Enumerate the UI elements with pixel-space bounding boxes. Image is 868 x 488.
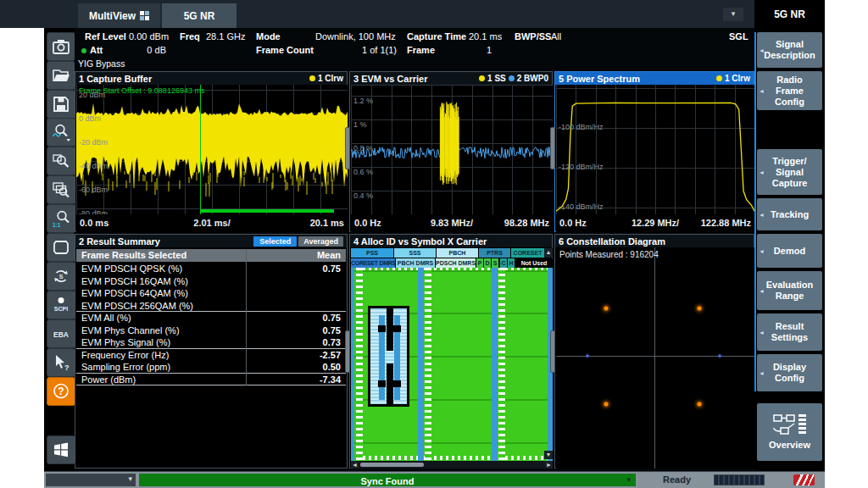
legend-c: C: [500, 258, 507, 268]
panel-header-capture-buffer[interactable]: 1 Capture Buffer 1 Clrw: [75, 72, 347, 85]
softkey-evaluation-range[interactable]: ◄Evaluation Range: [757, 271, 822, 310]
att-value[interactable]: 0 dB: [132, 45, 166, 55]
zoom-trace-icon: [51, 122, 71, 142]
att-label: Att: [90, 45, 103, 55]
scroll-down-button[interactable]: ▼: [544, 451, 553, 459]
softkey-demod[interactable]: ◄Demod: [757, 234, 822, 268]
table-column-divider: [246, 249, 247, 385]
tab-multiview[interactable]: MultiView: [78, 3, 160, 28]
window-splitter-handle[interactable]: [345, 127, 350, 169]
window-splitter-handle[interactable]: [550, 330, 555, 373]
softkey-trigger-signal-capture[interactable]: ◄Trigger/ Signal Capture: [757, 149, 822, 195]
scpi-recorder-button[interactable]: SCPI: [47, 291, 75, 319]
panel-evm-vs-carrier: 3 EVM vs Carrier 1 SS 2 BWP0 1.2 % 1 % 0…: [349, 71, 553, 232]
coreset-column: [418, 268, 424, 461]
frame-range-bar: [200, 209, 334, 213]
scroll-left-button[interactable]: ◄: [351, 461, 359, 469]
frame-value[interactable]: 1: [476, 45, 492, 55]
panel-header-power-spectrum[interactable]: 5 Power Spectrum 1 Clrw: [555, 72, 754, 85]
softkey-tracking[interactable]: ◄Tracking: [757, 198, 822, 230]
tab-selected[interactable]: Selected: [253, 236, 297, 247]
eba-icon: EBA: [51, 324, 71, 344]
panel-constellation: 6 Constellation Diagram Points Measured …: [554, 234, 754, 469]
capture-time-value[interactable]: 20.1 ms: [469, 31, 502, 42]
y-tick: 1.2 %: [353, 97, 373, 105]
multiple-zoom-button[interactable]: [47, 175, 75, 204]
softkey-result-settings[interactable]: ◄Result Settings: [757, 313, 822, 351]
windows-button[interactable]: [47, 435, 75, 464]
softkey-overview[interactable]: Overview: [757, 403, 822, 461]
panel-title: 6 Constellation Diagram: [559, 236, 665, 247]
tab-5gnr-label: 5G NR: [184, 10, 215, 22]
screenshot-button[interactable]: [47, 32, 75, 61]
constellation-point: [697, 402, 701, 406]
softkey-display-config[interactable]: ◄Display Config: [757, 354, 822, 391]
table-row: EVM PDSCH 256QAM (%): [76, 300, 346, 313]
grid-line: [351, 270, 553, 272]
horizontal-scrollbar[interactable]: ◄ ►: [351, 461, 553, 469]
softkey-radio-frame-config[interactable]: ◄Radio Frame Config: [757, 71, 822, 110]
status-dropdown[interactable]: ▾: [46, 474, 136, 486]
tab-list-dropdown[interactable]: ▾: [723, 8, 743, 21]
softkey-signal-description[interactable]: ◄Signal Description: [757, 32, 822, 68]
progress-bar: [714, 474, 765, 485]
softkey-arrow-icon: ◄: [759, 330, 765, 336]
legend-pbch-dmrs: PBCH DMRS: [396, 258, 435, 268]
panel-header-result-summary[interactable]: 2 Result Summary Selected Averaged: [75, 235, 347, 247]
window-splitter-handle[interactable]: [345, 330, 350, 373]
bwp-value[interactable]: All: [551, 31, 561, 42]
overview-label: Overview: [769, 440, 810, 451]
sequencer-button[interactable]: S: [47, 262, 75, 291]
context-help-button[interactable]: ?: [47, 348, 75, 377]
tab-5gnr[interactable]: 5G NR: [162, 3, 236, 28]
scroll-up-button[interactable]: ▲: [544, 248, 553, 258]
tab-averaged[interactable]: Averaged: [298, 236, 343, 247]
status-error-indicator[interactable]: [793, 474, 815, 485]
right-margin: [825, 0, 868, 488]
svg-text:SCPI: SCPI: [54, 306, 68, 312]
softkey-arrow-icon: ◄: [759, 288, 765, 294]
context-help-icon: ?: [51, 352, 71, 373]
mode-value[interactable]: Downlink, 100 MHz: [315, 31, 396, 42]
frame-count-value[interactable]: 1 of 1(1): [356, 45, 397, 55]
zoom-area-button[interactable]: [47, 147, 75, 175]
panel-title: 3 EVM vs Carrier: [353, 74, 427, 84]
result-table: EVM PDSCH QPSK (%)0.75 EVM PDSCH 16QAM (…: [76, 263, 346, 385]
y-tick: -60 dBm: [79, 186, 108, 194]
zoom-reset-button[interactable]: 1:1: [47, 204, 75, 233]
save-button[interactable]: [47, 90, 75, 119]
evm-plot: 1.2 % 1 % 0.8 % 0.6 % 0.4 %: [351, 85, 553, 214]
overview-flowchart-icon: [772, 413, 808, 437]
coreset-column: [492, 268, 498, 461]
y-tick: 0.8 %: [353, 144, 373, 152]
x-start: 0.0 Hz: [559, 218, 587, 228]
help-button[interactable]: ?: [47, 377, 75, 406]
panel-power-spectrum: 5 Power Spectrum 1 Clrw -100 dBm/Hz -120…: [554, 71, 754, 232]
freq-value[interactable]: 28.1 GHz: [206, 31, 245, 42]
evm-x-axis: 0.0 Hz 9.83 MHz/ 98.28 MHz: [351, 214, 553, 233]
zoom-area-icon: [51, 151, 71, 171]
allocation-grid[interactable]: [351, 268, 553, 461]
svg-text:S: S: [59, 274, 64, 280]
x-start: 0.0 ms: [80, 218, 108, 228]
panel-header-alloc-id[interactable]: 4 Alloc ID vs Symbol X Carrier: [350, 235, 552, 247]
scrollbar-thumb[interactable]: [360, 463, 424, 467]
panel-header-evm[interactable]: 3 EVM vs Carrier 1 SS 2 BWP0: [350, 72, 552, 85]
capture-time-label: Capture Time: [407, 31, 466, 42]
trace1-dot: [309, 75, 315, 81]
x-end: 98.28 MHz: [504, 218, 549, 228]
eba-button[interactable]: EBA: [47, 319, 75, 348]
ssb-notch: [378, 380, 386, 387]
ref-level-value[interactable]: 0.00 dBm: [129, 31, 169, 42]
camera-icon: [51, 36, 71, 57]
status-bar: ▾ Sync Found ▾ Ready: [44, 471, 825, 488]
panel-capture-buffer: 1 Capture Buffer 1 Clrw Frame Start Offs…: [75, 71, 348, 232]
softkey-arrow-icon: ◄: [759, 248, 765, 254]
fullscreen-button[interactable]: [47, 233, 75, 262]
chevron-down-icon: ▾: [732, 9, 736, 18]
scroll-right-button[interactable]: ►: [545, 461, 553, 469]
open-file-button[interactable]: [47, 61, 75, 90]
zoom-trace-button[interactable]: [47, 118, 75, 147]
window-splitter-handle[interactable]: [550, 127, 555, 169]
panel-header-constellation[interactable]: 6 Constellation Diagram: [555, 235, 754, 247]
